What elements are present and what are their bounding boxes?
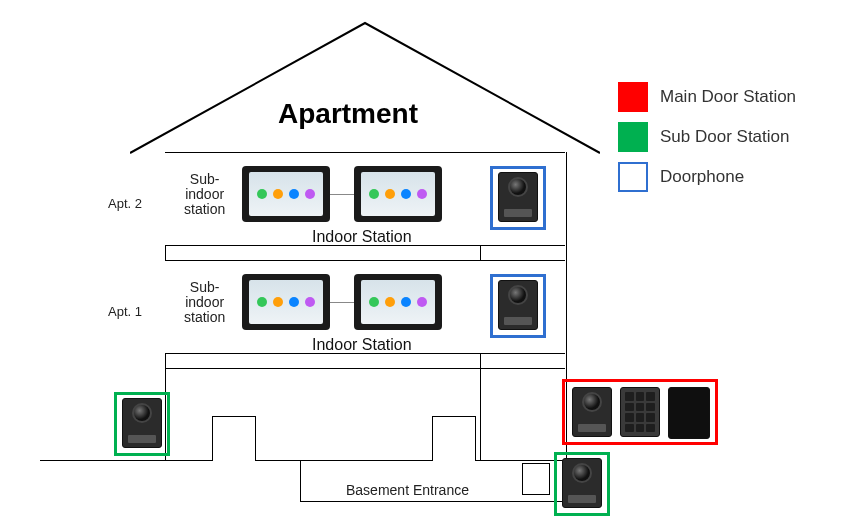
link-line-2 xyxy=(330,194,354,195)
indoor-station-1b xyxy=(354,274,442,330)
legend-swatch-sub xyxy=(618,122,648,152)
main-door-blank xyxy=(668,387,710,439)
ground-line-left xyxy=(40,460,300,461)
sub-door-unit-left xyxy=(122,398,162,448)
sub-indoor-label-2: Sub- indoor station xyxy=(184,172,225,217)
page-title: Apartment xyxy=(278,98,418,130)
sub-indoor-l1: Sub- xyxy=(190,171,220,187)
basement-label: Basement Entrance xyxy=(346,482,469,498)
basement-door xyxy=(522,463,550,495)
sub-indoor-label-1: Sub- indoor station xyxy=(184,280,225,325)
apt1-label: Apt. 1 xyxy=(108,304,142,319)
indoor-station-2b xyxy=(354,166,442,222)
sub-indoor-l3: station xyxy=(184,201,225,217)
sub-indoor-l2: indoor xyxy=(185,186,224,202)
legend-swatch-main xyxy=(618,82,648,112)
door-left xyxy=(212,416,256,461)
legend-swatch-phone xyxy=(618,162,648,192)
main-door-keypad xyxy=(620,387,660,437)
door-right xyxy=(432,416,476,461)
indoor-station-1a xyxy=(242,274,330,330)
doorphone-unit-2 xyxy=(498,172,538,222)
indoor-station-label-1: Indoor Station xyxy=(312,336,412,354)
legend-label-main: Main Door Station xyxy=(660,87,796,107)
sub-indoor-1l3: station xyxy=(184,309,225,325)
ground-floor-line xyxy=(165,368,565,369)
link-line-1 xyxy=(330,302,354,303)
main-door-unit-cam xyxy=(572,387,612,437)
legend-label-sub: Sub Door Station xyxy=(660,127,789,147)
sub-indoor-1l1: Sub- xyxy=(190,279,220,295)
indoor-station-label-2: Indoor Station xyxy=(312,228,412,246)
doorphone-unit-1 xyxy=(498,280,538,330)
apt2-label: Apt. 2 xyxy=(108,196,142,211)
sub-indoor-1l2: indoor xyxy=(185,294,224,310)
legend-label-phone: Doorphone xyxy=(660,167,744,187)
indoor-station-2a xyxy=(242,166,330,222)
sub-door-unit-basement xyxy=(562,458,602,508)
roof-icon xyxy=(130,18,600,158)
